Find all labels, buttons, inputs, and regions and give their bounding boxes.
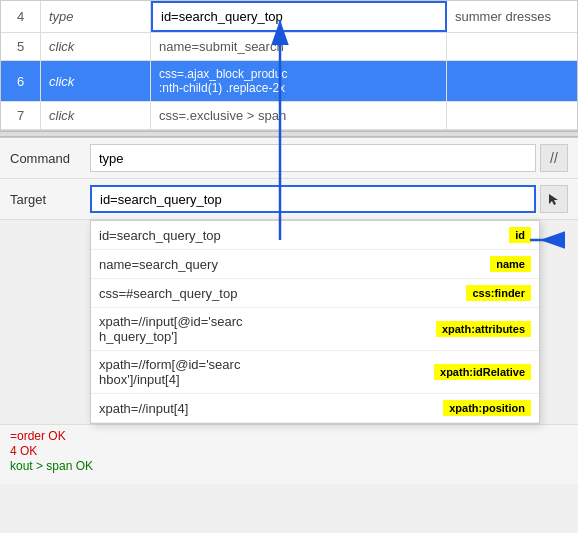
target-label: Target (10, 192, 90, 207)
target-row: Target (0, 179, 578, 220)
target-control (90, 185, 568, 213)
value-cell (447, 102, 577, 129)
dropdown-item-text: xpath=//input[4] (99, 401, 435, 416)
dropdown-badge: css:finder (466, 285, 531, 301)
dropdown-badge: name (490, 256, 531, 272)
target-find-btn[interactable] (540, 185, 568, 213)
dropdown-item[interactable]: xpath=//form[@id='searchbox']/input[4] x… (91, 351, 539, 394)
dropdown-badge: xpath:position (443, 400, 531, 416)
row-number: 5 (1, 33, 41, 60)
target-input[interactable] (90, 185, 536, 213)
log-area: =order OK 4 OK kout > span OK (0, 424, 578, 484)
dropdown-item[interactable]: xpath=//input[@id='search_query_top'] xp… (91, 308, 539, 351)
table-row[interactable]: 6 click css=.ajax_block_produc:nth-child… (1, 61, 577, 102)
log-line: kout > span OK (10, 459, 568, 473)
dropdown-item[interactable]: css=#search_query_top css:finder (91, 279, 539, 308)
value-cell (447, 61, 577, 101)
dropdown-badge: xpath:attributes (436, 321, 531, 337)
table-row[interactable]: 5 click name=submit_search (1, 33, 577, 61)
command-btn[interactable]: // (540, 144, 568, 172)
command-cell: click (41, 33, 151, 60)
row-number: 7 (1, 102, 41, 129)
table-row[interactable]: 4 type id=search_query_top summer dresse… (1, 1, 577, 33)
log-line: =order OK (10, 429, 568, 443)
target-cell: css=.ajax_block_produc:nth-child(1) .rep… (151, 61, 447, 101)
target-cell: name=submit_search (151, 33, 447, 60)
log-line: 4 OK (10, 444, 568, 458)
command-cell: click (41, 102, 151, 129)
row-number: 4 (1, 1, 41, 32)
svg-marker-0 (549, 194, 558, 205)
dropdown-item-text: css=#search_query_top (99, 286, 458, 301)
command-cell: type (41, 1, 151, 32)
command-label: Command (10, 151, 90, 166)
dropdown-item-text: id=search_query_top (99, 228, 501, 243)
main-container: 4 type id=search_query_top summer dresse… (0, 0, 578, 484)
dropdown-item-text: name=search_query (99, 257, 482, 272)
dropdown-item-text: xpath=//form[@id='searchbox']/input[4] (99, 357, 426, 387)
command-cell: click (41, 61, 151, 101)
value-cell (447, 33, 577, 60)
dropdown-badge: id (509, 227, 531, 243)
table-row[interactable]: 7 click css=.exclusive > span (1, 102, 577, 130)
command-row: Command type click open // (0, 138, 578, 179)
dropdown-badge: xpath:idRelative (434, 364, 531, 380)
command-table: 4 type id=search_query_top summer dresse… (0, 0, 578, 131)
row-number: 6 (1, 61, 41, 101)
command-select[interactable]: type click open (90, 144, 536, 172)
form-area: Command type click open // Target (0, 137, 578, 220)
dropdown-item[interactable]: id=search_query_top id (91, 221, 539, 250)
dropdown-item[interactable]: xpath=//input[4] xpath:position (91, 394, 539, 423)
target-dropdown: id=search_query_top id name=search_query… (90, 220, 540, 424)
dropdown-item[interactable]: name=search_query name (91, 250, 539, 279)
target-cell: id=search_query_top (151, 1, 447, 32)
dropdown-item-text: xpath=//input[@id='search_query_top'] (99, 314, 428, 344)
value-cell: summer dresses (447, 1, 577, 32)
command-control: type click open // (90, 144, 568, 172)
target-cell: css=.exclusive > span (151, 102, 447, 129)
